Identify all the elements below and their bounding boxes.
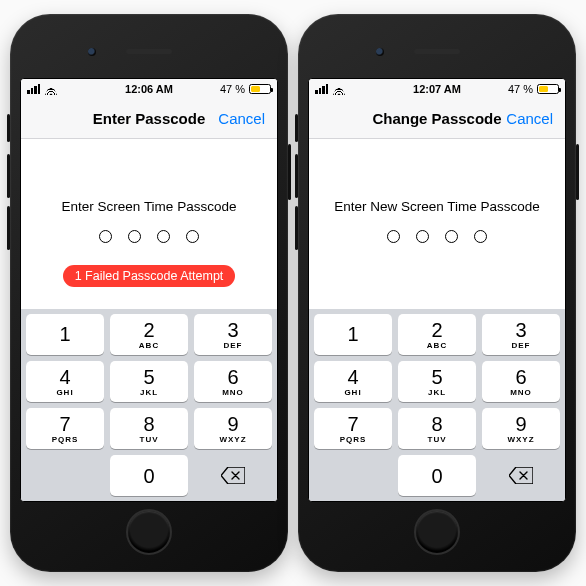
status-time: 12:07 AM (413, 83, 461, 95)
key-digit: 3 (515, 320, 526, 340)
key-6[interactable]: 6MNO (482, 361, 560, 402)
key-digit: 6 (227, 367, 238, 387)
key-1[interactable]: 1 (26, 314, 104, 355)
passcode-prompt: Enter Screen Time Passcode (62, 199, 237, 214)
cancel-button[interactable]: Cancel (218, 110, 265, 127)
numeric-keypad: 1 2ABC 3DEF 4GHI 5JKL 6MNO 7PQRS 8TUV 9W… (21, 309, 277, 501)
passcode-dot (416, 230, 429, 243)
backspace-icon (221, 467, 245, 484)
key-digit: 8 (431, 414, 442, 434)
key-digit: 9 (515, 414, 526, 434)
screen: 12:06 AM 47 % Enter Passcode Cancel Ente… (20, 78, 278, 502)
key-letters: DEF (512, 341, 531, 350)
mute-switch[interactable] (295, 114, 298, 142)
key-digit: 1 (347, 324, 358, 344)
front-camera (88, 48, 96, 56)
nav-title: Enter Passcode (93, 110, 206, 127)
volume-down-button[interactable] (295, 206, 298, 250)
key-7[interactable]: 7PQRS (314, 408, 392, 449)
backspace-key[interactable] (194, 455, 272, 496)
power-button[interactable] (288, 144, 291, 200)
bezel-top (20, 24, 278, 78)
key-digit: 7 (59, 414, 70, 434)
key-2[interactable]: 2ABC (398, 314, 476, 355)
key-8[interactable]: 8TUV (398, 408, 476, 449)
bezel-bottom (308, 502, 566, 562)
keypad-spacer (314, 455, 392, 496)
key-8[interactable]: 8TUV (110, 408, 188, 449)
cellular-signal-icon (27, 84, 40, 94)
key-4[interactable]: 4GHI (314, 361, 392, 402)
nav-bar: Enter Passcode Cancel (21, 99, 277, 139)
passcode-dot (99, 230, 112, 243)
battery-percent: 47 % (508, 83, 533, 95)
passcode-dot (445, 230, 458, 243)
wifi-icon (333, 83, 345, 95)
key-4[interactable]: 4GHI (26, 361, 104, 402)
volume-up-button[interactable] (7, 154, 10, 198)
earpiece-speaker (126, 49, 172, 54)
screen: 12:07 AM 47 % Change Passcode Cancel Ent… (308, 78, 566, 502)
home-button[interactable] (126, 509, 172, 555)
status-bar: 12:06 AM 47 % (21, 79, 277, 99)
key-0[interactable]: 0 (398, 455, 476, 496)
key-7[interactable]: 7PQRS (26, 408, 104, 449)
key-letters: GHI (344, 388, 361, 397)
key-letters: TUV (140, 435, 159, 444)
key-3[interactable]: 3DEF (194, 314, 272, 355)
backspace-key[interactable] (482, 455, 560, 496)
front-camera (376, 48, 384, 56)
wifi-icon (45, 83, 57, 95)
key-digit: 4 (59, 367, 70, 387)
phone-left: 12:06 AM 47 % Enter Passcode Cancel Ente… (10, 14, 288, 572)
battery-icon (249, 84, 271, 94)
key-letters: PQRS (52, 435, 79, 444)
key-1[interactable]: 1 (314, 314, 392, 355)
battery-icon (537, 84, 559, 94)
key-6[interactable]: 6MNO (194, 361, 272, 402)
key-9[interactable]: 9WXYZ (482, 408, 560, 449)
passcode-dots (387, 230, 487, 243)
key-letters: TUV (428, 435, 447, 444)
home-button[interactable] (414, 509, 460, 555)
key-letters: DEF (224, 341, 243, 350)
power-button[interactable] (576, 144, 579, 200)
cancel-button[interactable]: Cancel (506, 110, 553, 127)
key-5[interactable]: 5JKL (398, 361, 476, 402)
key-5[interactable]: 5JKL (110, 361, 188, 402)
key-letters: WXYZ (219, 435, 246, 444)
key-letters: ABC (139, 341, 159, 350)
key-digit: 0 (431, 466, 442, 486)
mute-switch[interactable] (7, 114, 10, 142)
key-3[interactable]: 3DEF (482, 314, 560, 355)
nav-bar: Change Passcode Cancel (309, 99, 565, 139)
key-9[interactable]: 9WXYZ (194, 408, 272, 449)
passcode-dot (186, 230, 199, 243)
content-area: Enter New Screen Time Passcode (309, 139, 565, 309)
status-time: 12:06 AM (125, 83, 173, 95)
key-digit: 5 (143, 367, 154, 387)
key-digit: 8 (143, 414, 154, 434)
key-digit: 6 (515, 367, 526, 387)
passcode-dot (474, 230, 487, 243)
phone-right: 12:07 AM 47 % Change Passcode Cancel Ent… (298, 14, 576, 572)
passcode-dot (387, 230, 400, 243)
key-letters: MNO (222, 388, 244, 397)
key-2[interactable]: 2ABC (110, 314, 188, 355)
key-digit: 9 (227, 414, 238, 434)
stage: 12:06 AM 47 % Enter Passcode Cancel Ente… (0, 0, 586, 586)
key-digit: 5 (431, 367, 442, 387)
volume-up-button[interactable] (295, 154, 298, 198)
earpiece-speaker (414, 49, 460, 54)
passcode-dot (128, 230, 141, 243)
cellular-signal-icon (315, 84, 328, 94)
backspace-icon (509, 467, 533, 484)
key-0[interactable]: 0 (110, 455, 188, 496)
nav-title: Change Passcode (372, 110, 501, 127)
passcode-dots (99, 230, 199, 243)
volume-down-button[interactable] (7, 206, 10, 250)
passcode-dot (157, 230, 170, 243)
failed-attempt-badge: 1 Failed Passcode Attempt (63, 265, 236, 287)
key-letters: PQRS (340, 435, 367, 444)
bezel-top (308, 24, 566, 78)
